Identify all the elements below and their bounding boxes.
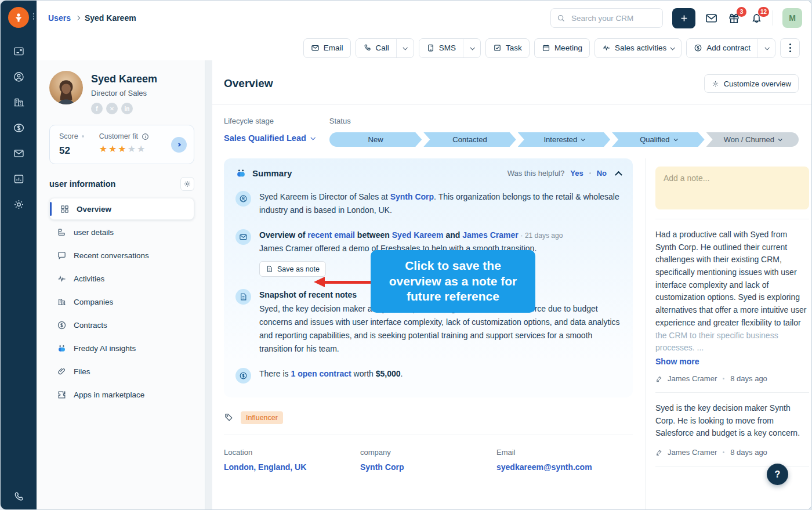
synth-corp-link[interactable]: Synth Corp bbox=[390, 192, 434, 201]
contact-title: Director of Sales bbox=[91, 89, 157, 97]
location-value[interactable]: London, England, UK bbox=[224, 462, 360, 472]
dashboard-icon[interactable] bbox=[13, 45, 25, 57]
nav-item-files[interactable]: Files bbox=[49, 360, 194, 382]
bell-icon[interactable]: 12 bbox=[750, 12, 763, 25]
avatar[interactable]: M bbox=[782, 8, 802, 28]
search-box[interactable] bbox=[550, 8, 663, 28]
add-contract-button[interactable]: Add contract bbox=[687, 39, 757, 57]
email-inbox-icon[interactable] bbox=[705, 12, 718, 25]
nav-label: Activities bbox=[74, 274, 104, 283]
nav-item-companies[interactable]: Companies bbox=[49, 291, 194, 313]
nav-item-overview[interactable]: Overview bbox=[49, 198, 194, 220]
nav-item-recent-conversations[interactable]: Recent conversations bbox=[49, 244, 194, 266]
nav-item-activities[interactable]: Activities bbox=[49, 267, 194, 290]
document-icon bbox=[235, 289, 251, 305]
score-value: 52 bbox=[59, 145, 84, 157]
details-icon bbox=[56, 227, 67, 237]
status-stage-won-churned[interactable]: Won / Churned bbox=[706, 132, 799, 147]
add-contract-dropdown[interactable] bbox=[757, 39, 775, 57]
help-button[interactable]: ? bbox=[767, 464, 788, 485]
syed-kareem-link[interactable]: Syed Kareem bbox=[392, 230, 444, 240]
open-contract-link[interactable]: 1 open contract bbox=[291, 369, 351, 378]
star-icon: ★ bbox=[108, 144, 118, 154]
helpful-yes-button[interactable]: Yes bbox=[570, 169, 583, 178]
deals-icon[interactable] bbox=[13, 122, 25, 134]
divider bbox=[655, 466, 809, 466]
snapshot-title: Snapshot of recent notes bbox=[259, 290, 357, 299]
status-label: Status bbox=[329, 117, 799, 125]
status-field: Status New Contacted Interested Qualifie… bbox=[329, 117, 799, 147]
nav-label: Files bbox=[74, 367, 90, 376]
note-composer[interactable] bbox=[655, 167, 809, 209]
reports-icon[interactable] bbox=[13, 173, 25, 185]
location-label: Location bbox=[224, 448, 360, 457]
customize-overview-button[interactable]: Customize overview bbox=[704, 74, 799, 93]
companies-icon[interactable] bbox=[13, 96, 25, 108]
email-value[interactable]: syedkareem@synth.com bbox=[496, 462, 633, 472]
gift-icon[interactable]: 3 bbox=[727, 12, 741, 25]
call-dropdown[interactable] bbox=[396, 39, 414, 57]
nav-item-apps-marketplace[interactable]: Apps in marketplace bbox=[49, 384, 194, 406]
phone-icon[interactable] bbox=[13, 491, 25, 503]
info-icon[interactable] bbox=[142, 133, 149, 140]
task-button[interactable]: Task bbox=[485, 38, 530, 58]
star-icon: ★ bbox=[99, 144, 108, 154]
email-rail-icon[interactable] bbox=[13, 147, 25, 160]
sms-button[interactable]: SMS bbox=[419, 39, 463, 57]
status-stage-new[interactable]: New bbox=[329, 132, 422, 147]
section-settings-icon[interactable] bbox=[180, 177, 194, 191]
sales-activities-button[interactable]: Sales activities bbox=[594, 38, 682, 58]
meeting-button[interactable]: Meeting bbox=[534, 38, 590, 58]
james-cramer-link[interactable]: James Cramer bbox=[462, 230, 519, 240]
nav-label: Contracts bbox=[74, 321, 107, 330]
building-icon bbox=[56, 297, 67, 307]
sms-dropdown[interactable] bbox=[463, 39, 480, 57]
settings-rail-icon[interactable] bbox=[13, 198, 25, 211]
search-input[interactable] bbox=[570, 13, 657, 23]
facebook-icon[interactable]: f bbox=[91, 103, 103, 114]
show-more-link[interactable]: Show more bbox=[655, 357, 809, 366]
top-bar: Users Syed Kareem 3 12 M bbox=[37, 1, 811, 35]
divider bbox=[224, 435, 633, 435]
note-author[interactable]: James Cramer bbox=[668, 448, 717, 457]
helpful-no-button[interactable]: No bbox=[597, 169, 607, 178]
contact-name: Syed Kareem bbox=[91, 73, 157, 85]
status-pipeline: New Contacted Interested Qualified Won /… bbox=[329, 132, 799, 147]
nav-item-user-details[interactable]: user details bbox=[49, 221, 194, 243]
linkedin-icon[interactable]: in bbox=[121, 103, 133, 114]
dollar-circle-icon bbox=[235, 368, 251, 384]
breadcrumb-users-link[interactable]: Users bbox=[48, 13, 71, 23]
topbar-divider bbox=[773, 10, 773, 26]
more-actions-button[interactable] bbox=[780, 38, 800, 58]
email-button[interactable]: Email bbox=[303, 38, 351, 58]
quick-add-button[interactable] bbox=[672, 8, 695, 28]
rail-kebab-icon[interactable] bbox=[33, 13, 35, 20]
status-stage-qualified[interactable]: Qualified bbox=[612, 132, 704, 147]
tag-icon bbox=[224, 413, 234, 422]
person-icon bbox=[235, 191, 251, 207]
lifecycle-stage-value[interactable]: Sales Qualified Lead bbox=[224, 133, 314, 143]
grid-icon bbox=[59, 204, 70, 214]
recent-email-link[interactable]: recent email bbox=[307, 230, 355, 240]
company-value[interactable]: Synth Corp bbox=[360, 462, 496, 472]
influencer-tag[interactable]: Influencer bbox=[241, 411, 283, 424]
status-stage-interested[interactable]: Interested bbox=[518, 132, 610, 147]
collapse-chevron-icon[interactable] bbox=[615, 171, 622, 179]
contacts-icon[interactable] bbox=[13, 71, 25, 83]
pencil-icon bbox=[655, 448, 663, 456]
x-twitter-icon[interactable]: ✕ bbox=[106, 103, 118, 114]
nav-label: user details bbox=[74, 228, 114, 237]
divider bbox=[655, 219, 809, 219]
nav-item-contracts[interactable]: Contracts bbox=[49, 314, 194, 336]
save-as-note-button[interactable]: Save as note bbox=[259, 261, 326, 277]
call-button[interactable]: Call bbox=[356, 39, 396, 57]
note-author[interactable]: James Cramer bbox=[668, 374, 717, 383]
status-stage-contacted[interactable]: Contacted bbox=[423, 132, 516, 147]
nav-item-freddy-ai-insights[interactable]: Freddy AI insights bbox=[49, 337, 194, 359]
email-label: Email bbox=[496, 448, 633, 457]
tutorial-callout: Click to save the overview as a note for… bbox=[371, 250, 535, 313]
summary-item-person: Syed Kareem is Director of Sales at Synt… bbox=[235, 190, 621, 217]
score-expand-button[interactable] bbox=[171, 137, 187, 153]
lifecycle-stage-field: Lifecycle stage Sales Qualified Lead bbox=[224, 117, 314, 147]
freshworks-logo-icon[interactable] bbox=[8, 7, 29, 28]
